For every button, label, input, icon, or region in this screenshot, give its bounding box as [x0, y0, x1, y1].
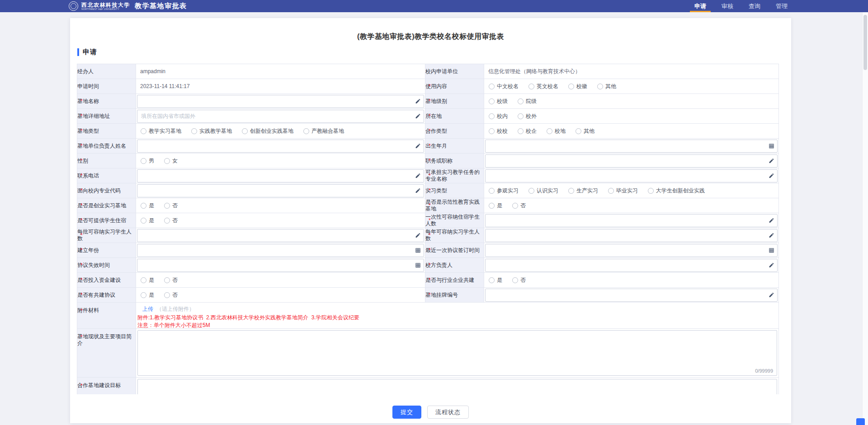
radio-option[interactable]: 认识实习 — [528, 187, 558, 195]
radio-circle-icon[interactable] — [489, 113, 495, 119]
radio-circle-icon[interactable] — [191, 128, 197, 134]
radio-circle-icon[interactable] — [164, 277, 170, 283]
radio-circle-icon[interactable] — [141, 203, 146, 209]
radio-circle-icon[interactable] — [164, 218, 170, 224]
radio-option[interactable]: 是 — [141, 217, 154, 224]
radio-option[interactable]: 是 — [141, 202, 154, 210]
radio-circle-icon[interactable] — [242, 128, 248, 134]
pencil-icon[interactable] — [769, 233, 774, 238]
radio-circle-icon[interactable] — [489, 98, 495, 104]
radio-option[interactable]: 校级 — [489, 98, 508, 105]
radio-circle-icon[interactable] — [568, 188, 574, 194]
text-input[interactable] — [486, 170, 777, 182]
text-input[interactable] — [486, 215, 777, 227]
floating-corner-button[interactable] — [856, 418, 865, 425]
pencil-icon[interactable] — [769, 158, 774, 164]
textarea-input[interactable] — [137, 379, 777, 394]
upload-link[interactable]: 上传 — [142, 306, 153, 312]
nav-item-2[interactable]: 查询 — [749, 0, 760, 12]
radio-circle-icon[interactable] — [489, 188, 495, 194]
text-input[interactable] — [486, 155, 777, 167]
radio-option[interactable]: 女 — [164, 157, 178, 165]
nav-item-1[interactable]: 审核 — [722, 0, 733, 12]
calendar-icon[interactable] — [415, 248, 421, 253]
radio-circle-icon[interactable] — [568, 84, 574, 89]
radio-circle-icon[interactable] — [518, 113, 524, 119]
radio-option[interactable]: 否 — [164, 291, 178, 299]
pencil-icon[interactable] — [415, 188, 421, 194]
radio-option[interactable]: 其他 — [597, 83, 616, 90]
pencil-icon[interactable] — [769, 292, 774, 298]
radio-circle-icon[interactable] — [512, 203, 518, 209]
pencil-icon[interactable] — [415, 143, 421, 149]
radio-circle-icon[interactable] — [489, 203, 495, 209]
radio-circle-icon[interactable] — [608, 188, 614, 194]
calendar-icon[interactable] — [769, 143, 774, 149]
text-input[interactable] — [137, 170, 424, 182]
radio-option[interactable]: 产教融合基地 — [303, 127, 344, 135]
submit-button[interactable]: 提交 — [392, 406, 421, 419]
radio-circle-icon[interactable] — [518, 98, 524, 104]
radio-circle-icon[interactable] — [141, 277, 146, 283]
radio-circle-icon[interactable] — [547, 128, 552, 134]
radio-option[interactable]: 校内 — [489, 112, 508, 120]
flow-status-button[interactable]: 流程状态 — [427, 406, 469, 419]
radio-option[interactable]: 是 — [141, 276, 154, 284]
pencil-icon[interactable] — [415, 98, 421, 104]
radio-circle-icon[interactable] — [141, 218, 146, 224]
text-input[interactable] — [137, 140, 424, 152]
radio-option[interactable]: 毕业实习 — [608, 187, 638, 195]
textarea-input[interactable]: 0/99999 — [137, 330, 777, 376]
text-input[interactable] — [137, 229, 424, 242]
pencil-icon[interactable] — [415, 113, 421, 119]
radio-option[interactable]: 实践教学基地 — [191, 127, 232, 135]
calendar-icon[interactable] — [415, 262, 421, 268]
radio-option[interactable]: 否 — [164, 217, 178, 224]
radio-option[interactable]: 否 — [512, 202, 526, 210]
radio-option[interactable]: 校企 — [518, 127, 537, 135]
radio-circle-icon[interactable] — [164, 292, 170, 298]
radio-circle-icon[interactable] — [303, 128, 309, 134]
radio-circle-icon[interactable] — [141, 292, 146, 298]
vertical-scrollbar[interactable] — [862, 12, 868, 425]
text-input[interactable] — [137, 185, 424, 197]
radio-circle-icon[interactable] — [489, 84, 495, 89]
radio-option[interactable]: 是 — [489, 276, 502, 284]
radio-option[interactable]: 创新创业实践基地 — [242, 127, 293, 135]
text-input[interactable] — [486, 289, 777, 301]
radio-option[interactable]: 院级 — [518, 98, 537, 105]
radio-option[interactable]: 否 — [164, 276, 178, 284]
radio-option[interactable]: 参观实习 — [489, 187, 519, 195]
radio-circle-icon[interactable] — [489, 128, 495, 134]
radio-option[interactable]: 大学生创新创业实践 — [648, 187, 705, 195]
radio-option[interactable]: 中文校名 — [489, 83, 519, 90]
date-input[interactable] — [486, 140, 777, 152]
radio-circle-icon[interactable] — [141, 128, 146, 134]
radio-circle-icon[interactable] — [141, 158, 146, 164]
radio-option[interactable]: 是 — [489, 202, 502, 210]
text-input[interactable] — [137, 110, 424, 122]
radio-option[interactable]: 英文校名 — [528, 83, 558, 90]
scrollbar-thumb[interactable] — [863, 15, 867, 70]
radio-circle-icon[interactable] — [164, 203, 170, 209]
calendar-icon[interactable] — [769, 248, 774, 253]
radio-option[interactable]: 校徽 — [568, 83, 587, 90]
radio-option[interactable]: 教学实习基地 — [141, 127, 181, 135]
text-input[interactable] — [137, 95, 424, 107]
pencil-icon[interactable] — [769, 218, 774, 224]
nav-item-0[interactable]: 申请 — [694, 0, 706, 12]
pencil-icon[interactable] — [415, 173, 421, 179]
radio-option[interactable]: 否 — [164, 202, 178, 210]
date-input[interactable] — [137, 244, 424, 257]
radio-circle-icon[interactable] — [528, 188, 534, 194]
radio-circle-icon[interactable] — [518, 128, 524, 134]
radio-circle-icon[interactable] — [648, 188, 654, 194]
radio-option[interactable]: 校校 — [489, 127, 508, 135]
radio-circle-icon[interactable] — [576, 128, 581, 134]
radio-option[interactable]: 校外 — [518, 112, 537, 120]
date-input[interactable] — [486, 244, 777, 257]
text-input[interactable] — [486, 229, 777, 242]
radio-option[interactable]: 男 — [141, 157, 154, 165]
radio-circle-icon[interactable] — [597, 84, 603, 89]
nav-item-3[interactable]: 管理 — [776, 0, 788, 12]
